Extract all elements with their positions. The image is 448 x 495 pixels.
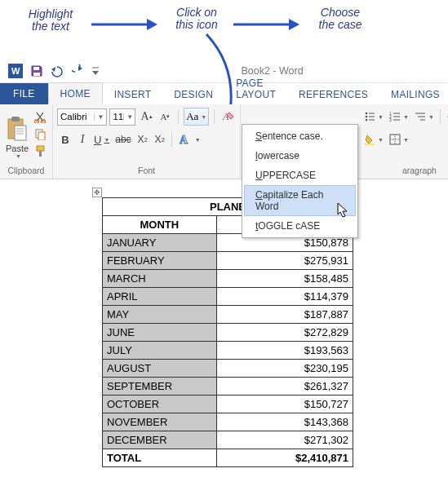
document-area: ✥ PLANE MONTH JANUARY$150,878FEBRUARY$27… — [0, 179, 448, 475]
tab-insert[interactable]: INSERT — [103, 84, 163, 104]
bullets-icon[interactable]: ▼ — [362, 108, 386, 126]
shrink-font-icon[interactable]: A▾ — [157, 108, 173, 126]
table-row: MAY$187,887 — [103, 306, 353, 324]
cut-icon[interactable] — [32, 108, 48, 125]
month-cell[interactable]: MAY — [103, 306, 217, 324]
annot-step3: Choosethe case — [312, 7, 369, 32]
strikethrough-button[interactable]: abc — [113, 130, 133, 148]
grow-font-icon[interactable]: A▴ — [138, 108, 154, 126]
amount-cell[interactable]: $230,195 — [216, 360, 353, 378]
font-size-combo[interactable]: 11▼ — [109, 108, 135, 126]
tab-mailings[interactable]: MAILINGS — [379, 84, 448, 104]
format-painter-icon[interactable] — [32, 143, 48, 159]
month-cell[interactable]: JUNE — [103, 324, 217, 342]
month-cell[interactable]: JANUARY — [103, 234, 217, 252]
svg-rect-22 — [38, 132, 45, 140]
tab-home[interactable]: HOME — [48, 82, 103, 104]
menu-lowercase[interactable]: lowercase — [244, 146, 356, 166]
svg-rect-23 — [37, 146, 44, 151]
svg-text:W: W — [11, 66, 20, 76]
borders-icon[interactable]: ▼ — [387, 130, 411, 148]
chevron-down-icon: ▼ — [403, 137, 409, 143]
chevron-down-icon: ▼ — [94, 113, 104, 121]
table-row: SEPTEMBER$261,327 — [103, 378, 353, 396]
separator — [214, 109, 215, 124]
svg-rect-14 — [11, 117, 20, 122]
bold-button[interactable]: B — [57, 130, 73, 148]
menu-sentence-case[interactable]: Sentence case. — [244, 126, 356, 146]
numbering-icon[interactable]: 123▼ — [387, 108, 411, 126]
month-cell[interactable]: NOVEMBER — [103, 413, 217, 431]
svg-marker-1 — [147, 19, 157, 30]
table-row: JULY$193,563 — [103, 342, 353, 360]
font-size-value: 11 — [113, 112, 123, 122]
svg-rect-15 — [15, 126, 26, 140]
change-case-glyph: Aa — [186, 110, 198, 123]
save-icon[interactable] — [26, 60, 47, 82]
table-row: MARCH$158,485 — [103, 270, 353, 288]
clear-formatting-icon[interactable]: A — [220, 108, 236, 126]
menu-capitalize-each-word[interactable]: Capitalize Each Word — [244, 185, 356, 216]
ribbon: Paste ▼ Clipboard Calibri▼ 11▼ A▴ A▾ Aa … — [0, 104, 448, 179]
decrease-indent-icon[interactable] — [444, 108, 448, 126]
amount-cell[interactable]: $271,302 — [216, 431, 353, 449]
change-case-button[interactable]: Aa ▼ — [184, 108, 209, 126]
month-cell[interactable]: DECEMBER — [103, 431, 217, 449]
svg-marker-9 — [51, 67, 55, 72]
amount-cell[interactable]: $143,368 — [216, 413, 353, 431]
separator — [171, 132, 172, 147]
month-cell[interactable]: AUGUST — [103, 360, 217, 378]
amount-cell[interactable]: $275,931 — [216, 252, 353, 270]
font-name-value: Calibri — [60, 112, 87, 122]
clipboard-label: Clipboard — [4, 166, 48, 178]
shading-icon[interactable]: ▼ — [362, 130, 386, 148]
undo-icon[interactable] — [47, 60, 69, 82]
month-cell[interactable]: JULY — [103, 342, 217, 360]
table-move-handle-icon[interactable]: ✥ — [92, 188, 102, 197]
month-cell[interactable]: OCTOBER — [103, 396, 217, 413]
month-cell[interactable]: APRIL — [103, 288, 217, 306]
paste-button[interactable]: Paste ▼ — [4, 107, 30, 166]
amount-cell[interactable]: $114,379 — [216, 288, 353, 306]
word-app-icon[interactable]: W — [5, 60, 26, 82]
month-cell[interactable]: SEPTEMBER — [103, 378, 217, 396]
chevron-down-icon: ▼ — [195, 137, 201, 143]
separator — [440, 109, 441, 124]
annot-step1: Highlightthe text — [18, 8, 83, 33]
tab-references[interactable]: REFERENCES — [287, 84, 379, 104]
superscript-button[interactable]: X2 — [152, 130, 168, 148]
underline-button[interactable]: U▼ — [91, 130, 112, 148]
amount-cell[interactable]: $158,485 — [216, 270, 353, 288]
tab-file[interactable]: FILE — [0, 83, 48, 104]
menu-uppercase[interactable]: UPPERCASE — [244, 166, 356, 185]
paste-label: Paste — [6, 144, 29, 153]
menu-toggle-case[interactable]: tOGGLE cASE — [244, 216, 356, 236]
redo-icon[interactable] — [69, 60, 90, 82]
paragraph-label: aragraph — [362, 166, 448, 178]
amount-cell[interactable]: $272,829 — [216, 324, 353, 342]
month-cell[interactable]: MARCH — [103, 270, 217, 288]
table-row: DECEMBER$271,302 — [103, 431, 353, 449]
amount-cell[interactable]: $193,563 — [216, 342, 353, 360]
subscript-button[interactable]: X2 — [135, 130, 151, 148]
qat-customize-icon[interactable] — [90, 60, 101, 82]
amount-cell[interactable]: $187,887 — [216, 306, 353, 324]
font-name-combo[interactable]: Calibri▼ — [57, 108, 107, 126]
italic-button[interactable]: I — [74, 130, 91, 148]
chevron-down-icon: ▼ — [16, 153, 21, 159]
amount-cell[interactable]: $261,327 — [216, 378, 353, 396]
total-value[interactable]: $2,410,871 — [216, 449, 353, 467]
month-cell[interactable]: FEBRUARY — [103, 252, 217, 270]
table-row: APRIL$114,379 — [103, 288, 353, 306]
multilevel-list-icon[interactable]: ▼ — [412, 108, 437, 126]
chevron-down-icon: ▼ — [403, 114, 409, 120]
col-header-month[interactable]: MONTH — [103, 216, 217, 234]
svg-rect-8 — [33, 73, 40, 76]
annot-step2: Click onthis icon — [168, 7, 225, 32]
svg-text:3: 3 — [389, 117, 392, 122]
total-label[interactable]: TOTAL — [103, 449, 217, 467]
text-effects-icon[interactable]: A▼ — [175, 130, 203, 148]
copy-icon[interactable] — [32, 126, 48, 142]
group-paragraph: ▼ 123▼ ▼ ▼ ▼ aragraph — [357, 104, 448, 179]
amount-cell[interactable]: $150,727 — [216, 396, 353, 413]
